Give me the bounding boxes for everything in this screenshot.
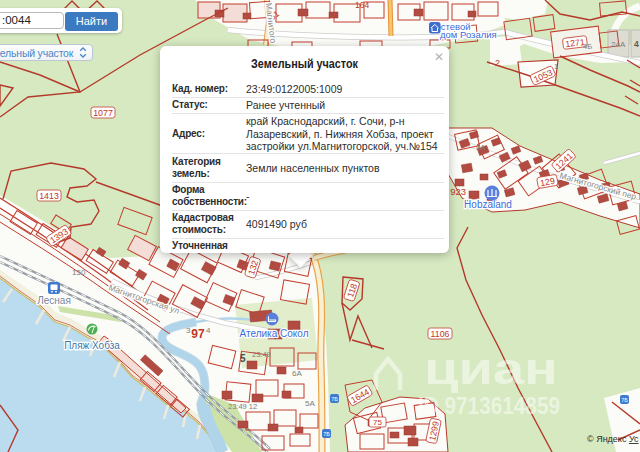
svg-text:1077: 1077 bbox=[93, 108, 113, 118]
svg-text:© Яндекс Ус: © Яндекс Ус bbox=[587, 434, 639, 444]
svg-text:5А: 5А bbox=[305, 399, 315, 408]
svg-text:7Б: 7Б bbox=[331, 396, 338, 402]
svg-text:3: 3 bbox=[186, 326, 191, 335]
svg-text:Пляж Хобза: Пляж Хобза bbox=[64, 340, 120, 351]
svg-text:6А: 6А bbox=[292, 369, 302, 378]
svg-text:4Б: 4Б bbox=[583, 42, 592, 51]
svg-text:4А: 4А bbox=[476, 143, 485, 152]
svg-text:7Б: 7Б bbox=[323, 431, 330, 437]
svg-text:24А: 24А bbox=[611, 40, 626, 49]
svg-text:23:49 12: 23:49 12 bbox=[228, 402, 257, 411]
svg-text:циан: циан bbox=[424, 344, 558, 393]
svg-text:1: 1 bbox=[554, 62, 558, 71]
svg-text:дом Розалия: дом Розалия bbox=[440, 29, 497, 40]
svg-text:5: 5 bbox=[240, 353, 246, 364]
svg-text:75: 75 bbox=[373, 418, 382, 427]
svg-text:Ателика Сокол: Ателика Сокол bbox=[240, 328, 309, 339]
svg-text:1106: 1106 bbox=[431, 329, 450, 339]
svg-text:4: 4 bbox=[634, 39, 639, 49]
svg-text:164: 164 bbox=[355, 0, 369, 10]
svg-text:7Б: 7Б bbox=[621, 397, 628, 403]
svg-text:150: 150 bbox=[72, 268, 86, 277]
svg-text:97: 97 bbox=[191, 327, 205, 341]
svg-text:1413: 1413 bbox=[39, 191, 59, 201]
svg-text:4: 4 bbox=[206, 326, 211, 335]
svg-text:923: 923 bbox=[450, 186, 466, 197]
svg-text:Hobzaland: Hobzaland bbox=[464, 199, 512, 210]
svg-text:23:49: 23:49 bbox=[252, 350, 271, 359]
svg-text:Лесная: Лесная bbox=[37, 295, 71, 306]
svg-text:2: 2 bbox=[495, 58, 500, 68]
svg-text:ID 9713614859: ID 9713614859 bbox=[418, 393, 560, 419]
